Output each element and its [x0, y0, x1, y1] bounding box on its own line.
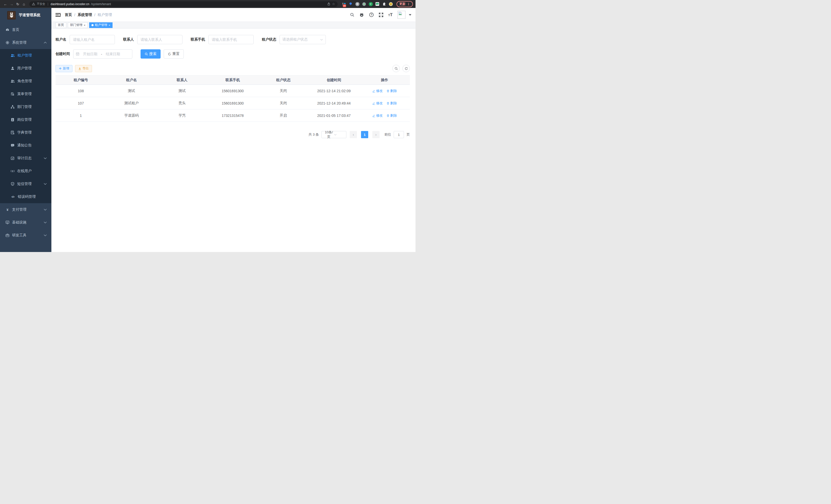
sidebar-item-dict-management[interactable]: 字典管理	[0, 126, 51, 139]
tenant-status-select[interactable]: 请选择租户状态	[280, 35, 326, 44]
sidebar-item-post-management[interactable]: 岗位管理	[0, 113, 51, 126]
extension-emoji-avatar[interactable]	[389, 2, 393, 6]
sidebar-item-user-management[interactable]: 用户管理	[0, 62, 51, 75]
sidebar-item-role-management[interactable]: 角色管理	[0, 75, 51, 88]
prev-page-button[interactable]: ‹	[350, 131, 357, 138]
sidebar-item-payment-management[interactable]: ¥ 支付管理	[0, 203, 51, 216]
next-page-button[interactable]: ›	[372, 131, 379, 138]
page-1-button[interactable]: 1	[361, 131, 368, 138]
cell-contact: 芋艿	[157, 110, 207, 122]
edit-link[interactable]: 修改	[372, 101, 383, 106]
table-header-row: 租户编号 租户名 联系人 联系手机 租户状态 创建时间 操作	[56, 76, 410, 85]
tab-dept-management[interactable]: 部门管理 ×	[68, 22, 88, 28]
url-host[interactable]: dashboard.yudao.iocoder.cn	[51, 2, 89, 6]
cell-created: 2021-12-14 20:49:44	[309, 97, 359, 110]
search-button[interactable]: 搜索	[141, 49, 161, 59]
sidebar-item-label: 用户管理	[17, 66, 32, 71]
tenant-name-input[interactable]	[69, 35, 115, 44]
cell-status: 关闭	[258, 85, 309, 97]
export-button[interactable]: 导出	[75, 65, 92, 72]
chevron-down-icon	[44, 157, 47, 159]
end-date-input[interactable]	[104, 52, 122, 56]
sidebar-item-label: 短信管理	[17, 182, 32, 186]
contact-input[interactable]	[137, 35, 182, 44]
column-header: 租户状态	[258, 76, 309, 85]
browser-back-icon[interactable]: ←	[3, 2, 8, 6]
add-button[interactable]: 新增	[56, 65, 73, 72]
start-date-input[interactable]	[81, 52, 99, 56]
sidebar-item-label: 部门管理	[17, 105, 32, 109]
contact-label: 联系人	[123, 37, 134, 42]
extension-balloon-icon[interactable]	[348, 2, 353, 6]
security-label[interactable]: 不安全	[37, 2, 45, 6]
extension-grid-icon[interactable]: 10	[342, 2, 346, 6]
sidebar-item-audit-log[interactable]: 审计日志	[0, 152, 51, 165]
mobile-input[interactable]	[208, 35, 254, 44]
monitor-icon	[5, 220, 9, 225]
cell-mobile: 15601691300	[207, 85, 258, 97]
tab-home[interactable]: 首页	[56, 22, 66, 28]
edit-link[interactable]: 修改	[372, 89, 383, 93]
extension-y-icon[interactable]: Y	[369, 2, 373, 6]
sidebar-item-system-management[interactable]: 系统管理	[0, 36, 51, 49]
browser-reload-icon[interactable]: ↻	[15, 2, 21, 6]
delete-link[interactable]: 删除	[386, 101, 397, 106]
sidebar-toggle-icon[interactable]	[56, 13, 61, 17]
github-icon[interactable]	[359, 12, 364, 17]
chevron-down-icon	[334, 134, 344, 136]
user-icon	[10, 66, 15, 70]
sidebar-item-dev-tools[interactable]: 研发工具	[0, 229, 51, 242]
sidebar-item-dept-management[interactable]: 部门管理	[0, 100, 51, 113]
column-header: 联系手机	[207, 76, 258, 85]
delete-link[interactable]: 删除	[386, 113, 397, 118]
extension-record-icon[interactable]	[362, 2, 366, 6]
avatar[interactable]	[398, 11, 405, 19]
sidebar-item-tenant-management[interactable]: 租户管理	[0, 49, 51, 62]
cell-tenant-id: 107	[56, 97, 106, 110]
edit-link[interactable]: 修改	[372, 113, 383, 118]
sidebar-item-home[interactable]: 首页	[0, 23, 51, 36]
sidebar-item-label: 菜单管理	[17, 92, 32, 96]
sidebar-item-sms-management[interactable]: 短信管理	[0, 178, 51, 190]
bookmark-star-icon[interactable]: ☆	[332, 2, 335, 6]
browser-forward-icon[interactable]: →	[9, 2, 15, 6]
cell-tenant-id: 108	[56, 85, 106, 97]
sidebar-item-notice[interactable]: 通知公告	[0, 139, 51, 152]
sidebar-item-menu-management[interactable]: 菜单管理	[0, 88, 51, 100]
address-bar[interactable]: 不安全 dashboard.yudao.iocoder.cn/system/te…	[29, 1, 338, 7]
sidebar-item-infrastructure[interactable]: 基础设施	[0, 216, 51, 229]
sidebar-logo[interactable]: 芋道管理系统	[0, 8, 51, 22]
extension-chat-icon[interactable]	[375, 2, 379, 6]
refresh-button[interactable]	[402, 65, 410, 72]
table-row: 1 芋道源码 芋艿 17321315478 开启 2021-01-05 17:0…	[56, 110, 410, 122]
sidebar-item-online-users[interactable]: 在线用户	[0, 165, 51, 178]
extension-command-icon[interactable]: ⌘	[355, 2, 360, 6]
share-icon[interactable]	[327, 2, 331, 6]
close-icon[interactable]: ×	[109, 24, 110, 27]
delete-link[interactable]: 删除	[386, 89, 397, 93]
browser-home-icon[interactable]: ⌂	[21, 2, 27, 6]
browser-menu-icon[interactable]: ⋮	[407, 2, 410, 6]
header-search-icon[interactable]	[350, 12, 354, 17]
cell-contact: 秃头	[157, 97, 207, 110]
fullscreen-icon[interactable]	[379, 12, 383, 17]
create-time-range-picker[interactable]: -	[73, 49, 132, 59]
breadcrumb-system[interactable]: 系统管理	[78, 12, 92, 17]
toggle-search-button[interactable]	[392, 65, 400, 72]
goto-page-input[interactable]	[394, 131, 404, 138]
sidebar-item-error-code[interactable]: </> 错误码管理	[0, 190, 51, 203]
url-path[interactable]: /system/tenant	[91, 2, 111, 6]
help-icon[interactable]: ?	[369, 12, 374, 17]
browser-update-button[interactable]: 更新 ⋮	[397, 1, 413, 7]
font-size-icon[interactable]: TT	[388, 12, 393, 17]
avatar-dropdown-icon[interactable]	[409, 14, 411, 16]
dictionary-icon	[10, 130, 15, 135]
sidebar-item-label: 租户管理	[18, 53, 32, 58]
column-header: 创建时间	[309, 76, 359, 85]
reset-button[interactable]: 重置	[164, 49, 184, 59]
close-icon[interactable]: ×	[84, 24, 85, 27]
page-size-select[interactable]: 10条/页	[321, 131, 346, 138]
tab-tenant-management[interactable]: 租户管理 ×	[89, 22, 112, 28]
breadcrumb-home[interactable]: 首页	[65, 12, 72, 17]
extension-puzzle-icon[interactable]	[382, 2, 386, 6]
